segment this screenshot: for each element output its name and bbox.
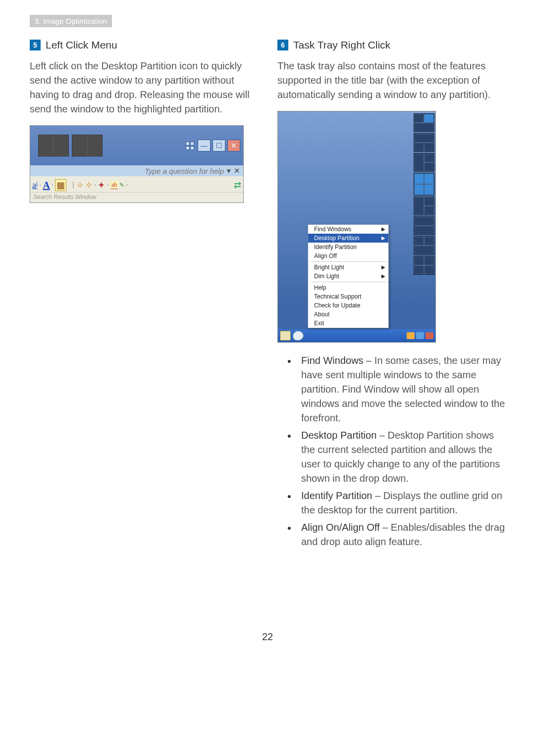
layout-thumb-1[interactable] (414, 113, 434, 132)
partition-thumb-column (413, 111, 435, 329)
page-number: 22 (30, 631, 505, 643)
section-6-body: The task tray also contains most of the … (277, 59, 505, 102)
section-5-title: Left Click Menu (46, 39, 117, 51)
feature-term: Identify Partition (301, 490, 372, 501)
toolbar-star3-icon[interactable]: ✦ (98, 180, 105, 191)
feature-term: Desktop Partition (301, 430, 376, 441)
taskbar (278, 329, 435, 342)
layout-thumb-4[interactable] (414, 173, 434, 196)
feature-term: Align On/Align Off (301, 522, 380, 533)
section-6-badge: 6 (277, 40, 288, 50)
ctx-align-off[interactable]: Align Off (308, 252, 388, 260)
tray-icon-1[interactable] (407, 332, 415, 339)
system-tray (407, 332, 433, 339)
feature-list: Find Windows – In some cases, the user m… (277, 353, 505, 549)
feature-desktop-partition: Desktop Partition – Desktop Partition sh… (287, 428, 505, 486)
ctx-about[interactable]: About (308, 310, 388, 319)
layout-thumb-2[interactable] (414, 133, 434, 152)
submenu-arrow-icon: ▶ (381, 235, 385, 241)
ctx-exit[interactable]: Exit (308, 319, 388, 328)
layout-thumb-8[interactable] (414, 256, 434, 275)
tray-icon-2[interactable] (416, 332, 424, 339)
taskbar-app-icon[interactable] (280, 331, 291, 341)
figure-left-click-menu: — ☐ ✕ Type a question for help ▾ ✕ aʲ · … (30, 125, 244, 203)
minimize-button[interactable]: — (198, 140, 211, 151)
toolbar-a2-icon[interactable]: aʲ (32, 180, 38, 191)
toolbar-font-color-icon[interactable]: A (43, 180, 50, 191)
ctx-find-windows[interactable]: Find Windows▶ (308, 225, 388, 234)
taskbar-search-icon[interactable] (293, 331, 304, 341)
right-column: 6 Task Tray Right Click The task tray al… (277, 39, 505, 552)
layout-thumb-5[interactable] (414, 197, 434, 215)
feature-align-on-off: Align On/Align Off – Enables/disables th… (287, 520, 505, 549)
ctx-tech-support[interactable]: Technical Support (308, 292, 388, 301)
ctx-help[interactable]: Help (308, 283, 388, 292)
close-button[interactable]: ✕ (227, 140, 240, 151)
maximize-button[interactable]: ☐ (213, 140, 225, 151)
help-close-icon[interactable]: ✕ (234, 166, 240, 175)
left-column: 5 Left Click Menu Left click on the Desk… (30, 39, 258, 552)
tray-icon-3[interactable] (426, 332, 433, 339)
section-6-head: 6 Task Tray Right Click (277, 39, 505, 51)
chapter-tab: 3. Image Optimization (30, 15, 112, 27)
section-5-body: Left click on the Desktop Partition icon… (30, 59, 258, 116)
partition-thumb-1[interactable] (38, 135, 69, 156)
section-6-title: Task Tray Right Click (293, 39, 390, 51)
toolbar-star1-icon[interactable]: ✧ (76, 180, 84, 191)
toolbar-ab-icon[interactable]: ab (110, 181, 118, 189)
submenu-arrow-icon: ▶ (381, 264, 385, 270)
context-menu: Find Windows▶ Desktop Partition▶ Identif… (308, 224, 389, 328)
ctx-separator (310, 282, 386, 282)
ctx-dim-light[interactable]: Dim Light▶ (308, 272, 388, 281)
feature-term: Find Windows (301, 355, 364, 366)
partition-grid-icon[interactable] (184, 140, 196, 151)
section-5-head: 5 Left Click Menu (30, 39, 258, 51)
layout-thumb-7[interactable] (414, 236, 434, 255)
partition-thumb-2[interactable] (72, 135, 103, 156)
submenu-arrow-icon: ▶ (381, 273, 385, 279)
ctx-desktop-partition[interactable]: Desktop Partition▶ (308, 234, 388, 243)
submenu-arrow-icon: ▶ (381, 226, 385, 232)
layout-thumb-3[interactable] (414, 153, 434, 172)
figure-task-tray-menu: Find Windows▶ Desktop Partition▶ Identif… (277, 111, 436, 343)
ctx-identify-partition[interactable]: Identify Partition (308, 243, 388, 252)
help-dropdown-icon[interactable]: ▾ (227, 166, 231, 175)
word-toolbar: aʲ · A · ▦ ⁞ ✧ ✧ · ✦ · ab ✎ · ⇄ (30, 176, 243, 192)
help-search-placeholder[interactable]: Type a question for help (145, 167, 224, 175)
feature-identify-partition: Identify Partition – Displays the outlin… (287, 489, 505, 517)
section-5-badge: 5 (30, 40, 41, 50)
toolbar-star2-icon[interactable]: ✧ (85, 180, 93, 191)
ctx-check-update[interactable]: Check for Update (308, 301, 388, 310)
toolbar-table-icon[interactable]: ▦ (55, 179, 66, 191)
feature-find-windows: Find Windows – In some cases, the user m… (287, 353, 505, 425)
layout-thumb-6[interactable] (414, 216, 434, 235)
ctx-bright-light[interactable]: Bright Light▶ (308, 263, 388, 272)
word-statusbar: Search Results Window (30, 192, 243, 202)
ctx-separator (310, 261, 386, 262)
toolbar-right-icon[interactable]: ⇄ (234, 180, 241, 191)
toolbar-pen-icon[interactable]: ✎ (119, 182, 124, 189)
